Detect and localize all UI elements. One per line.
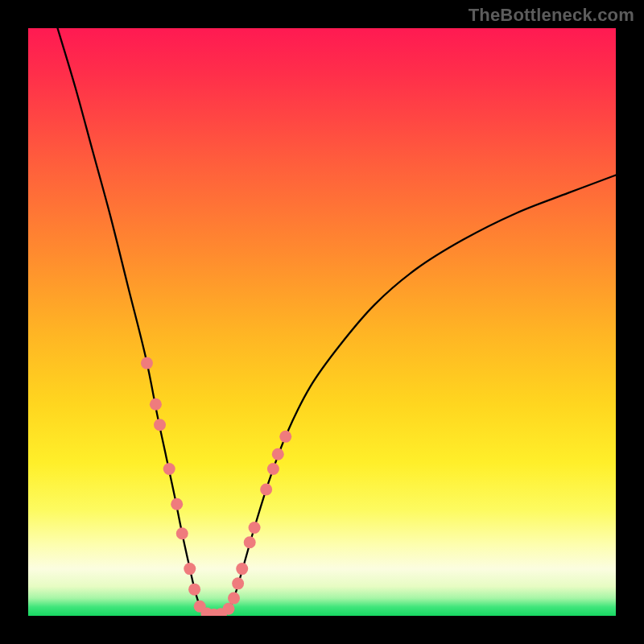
- plot-gradient-background: [28, 28, 616, 616]
- watermark-text: TheBottleneck.com: [469, 5, 634, 26]
- chart-frame: TheBottleneck.com: [0, 0, 644, 644]
